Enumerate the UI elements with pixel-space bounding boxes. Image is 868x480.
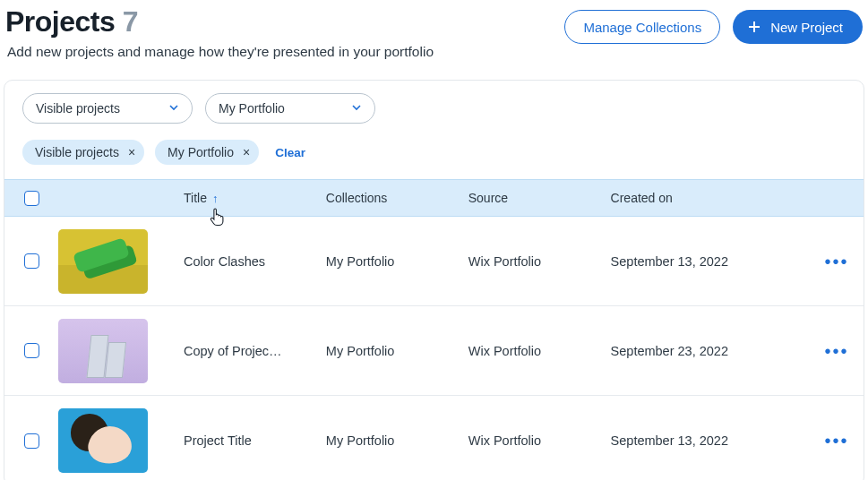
row-created: September 13, 2022: [611, 254, 810, 269]
new-project-label: New Project: [770, 20, 843, 35]
table-header: Title ↑ Collections Source Created on: [4, 179, 864, 217]
table-row[interactable]: Color Clashes My Portfolio Wix Portfolio…: [4, 217, 864, 306]
row-source: Wix Portfolio: [468, 433, 611, 448]
page-title: Projects 7: [5, 5, 434, 39]
chevron-down-icon: [351, 101, 362, 116]
chip-label: My Portfolio: [168, 145, 234, 159]
page-subtitle: Add new projects and manage how they're …: [5, 44, 434, 60]
table-row[interactable]: Copy of Projec… My Portfolio Wix Portfol…: [4, 306, 864, 396]
row-thumbnail-cell: [58, 319, 184, 383]
more-actions-icon[interactable]: •••: [824, 342, 848, 360]
column-source[interactable]: Source: [468, 191, 611, 205]
project-thumbnail[interactable]: [58, 319, 148, 383]
row-title: Copy of Projec…: [184, 344, 326, 358]
title-wrap: Projects 7 Add new projects and manage h…: [5, 5, 434, 60]
row-checkbox[interactable]: [24, 253, 39, 269]
more-actions-icon[interactable]: •••: [824, 253, 848, 270]
collection-select[interactable]: My Portfolio: [205, 93, 375, 124]
projects-panel: Visible projects My Portfolio Visible pr…: [4, 80, 864, 480]
row-select-cell: [4, 343, 58, 358]
close-icon[interactable]: ×: [243, 146, 250, 159]
row-title: Color Clashes: [184, 254, 326, 269]
project-thumbnail[interactable]: [58, 408, 148, 473]
manage-collections-button[interactable]: Manage Collections: [564, 10, 720, 44]
row-collections: My Portfolio: [326, 433, 468, 448]
visibility-select[interactable]: Visible projects: [22, 93, 193, 124]
row-select-cell: [4, 433, 58, 449]
collection-select-value: My Portfolio: [219, 101, 285, 116]
select-all-cell: [4, 191, 58, 206]
row-actions-cell: •••: [810, 342, 864, 360]
row-thumbnail-cell: [58, 408, 184, 473]
row-actions-cell: •••: [810, 253, 864, 270]
column-title-label: Title: [184, 191, 207, 205]
row-checkbox[interactable]: [24, 343, 39, 358]
column-created[interactable]: Created on: [611, 191, 810, 205]
row-collections: My Portfolio: [326, 344, 468, 358]
column-title[interactable]: Title ↑: [184, 191, 326, 205]
manage-collections-label: Manage Collections: [583, 20, 701, 35]
row-actions-cell: •••: [810, 432, 864, 450]
row-collections: My Portfolio: [326, 254, 468, 269]
chevron-down-icon: [168, 101, 179, 116]
row-source: Wix Portfolio: [468, 254, 611, 269]
filter-chip-collection: My Portfolio ×: [155, 140, 259, 165]
row-checkbox[interactable]: [24, 433, 39, 449]
row-select-cell: [4, 253, 58, 269]
select-all-checkbox[interactable]: [24, 191, 39, 206]
visibility-select-value: Visible projects: [36, 101, 120, 116]
page-header: Projects 7 Add new projects and manage h…: [0, 0, 868, 60]
more-actions-icon[interactable]: •••: [824, 432, 848, 450]
header-actions: Manage Collections New Project: [564, 10, 863, 44]
sort-asc-icon: ↑: [212, 192, 219, 205]
row-thumbnail-cell: [58, 229, 184, 294]
row-created: September 23, 2022: [611, 344, 810, 358]
project-thumbnail[interactable]: [58, 229, 148, 294]
filter-selects-row: Visible projects My Portfolio: [4, 81, 864, 133]
plus-icon: [747, 20, 761, 34]
new-project-button[interactable]: New Project: [733, 10, 863, 44]
table-row[interactable]: Project Title My Portfolio Wix Portfolio…: [4, 396, 864, 480]
row-title: Project Title: [184, 433, 326, 448]
title-text: Projects: [5, 5, 115, 38]
chip-label: Visible projects: [35, 145, 119, 159]
project-count: 7: [123, 5, 138, 38]
filter-chip-visibility: Visible projects ×: [22, 140, 144, 165]
column-collections[interactable]: Collections: [326, 191, 468, 205]
row-created: September 13, 2022: [611, 433, 810, 448]
clear-filters-link[interactable]: Clear: [275, 146, 305, 159]
row-source: Wix Portfolio: [468, 344, 611, 358]
active-filters-row: Visible projects × My Portfolio × Clear: [4, 133, 864, 179]
close-icon[interactable]: ×: [128, 146, 135, 159]
